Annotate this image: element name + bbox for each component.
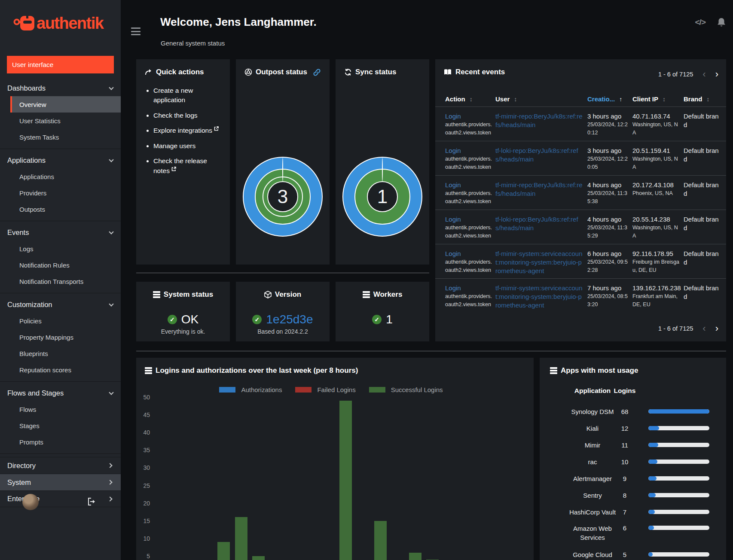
- column-header-action[interactable]: Action↕: [445, 95, 473, 103]
- sidebar-group-dashboards[interactable]: Dashboards: [0, 80, 121, 96]
- pagination-next-icon[interactable]: ›: [715, 323, 718, 334]
- sidebar-item-system-tasks[interactable]: System Tasks: [0, 129, 121, 145]
- workers-card: Workers ✓ 1: [336, 282, 429, 341]
- bar-successful-logins: [374, 521, 387, 560]
- sidebar-group-events[interactable]: Events: [0, 224, 121, 240]
- recent-events-title: Recent events: [455, 68, 505, 76]
- sidebar-group-applications[interactable]: Applications: [0, 152, 121, 168]
- event-action-link[interactable]: Login: [445, 147, 461, 154]
- sync-status-title: Sync status: [355, 68, 396, 76]
- version-value-link[interactable]: 1e25d3e: [266, 313, 313, 326]
- event-brand: Default brand: [684, 215, 721, 232]
- chevron-right-icon: [107, 496, 112, 501]
- pagination-prev-icon[interactable]: ‹: [702, 323, 706, 334]
- api-code-icon[interactable]: </>: [695, 18, 706, 27]
- chevron-down-icon: [109, 301, 113, 306]
- event-action-link[interactable]: Login: [445, 181, 461, 189]
- event-location: Freiburg im Breisgau, DE, EU: [632, 258, 680, 274]
- quick-action-release-notes[interactable]: Check the release notes: [153, 156, 224, 176]
- event-time-ago: 4 hours ago: [587, 215, 630, 224]
- event-action-link[interactable]: Login: [445, 284, 461, 292]
- app-usage-progress: [648, 476, 709, 481]
- sidebar-item-flows[interactable]: Flows: [0, 401, 121, 417]
- sign-out-icon[interactable]: [87, 497, 97, 506]
- sidebar-item-outposts[interactable]: Outposts: [0, 201, 121, 217]
- workers-title: Workers: [373, 290, 403, 299]
- sidebar-group-flows-and-stages[interactable]: Flows and Stages: [0, 385, 121, 401]
- quick-action-create-application[interactable]: Create a new application: [153, 86, 224, 105]
- event-action-link[interactable]: Login: [445, 250, 461, 257]
- column-header-creation-date[interactable]: Creatio...↑: [587, 95, 622, 103]
- app-usage-progress: [648, 443, 709, 447]
- bar-successful-logins: [252, 556, 265, 560]
- sidebar-item-notification-transports[interactable]: Notification Transports: [0, 273, 121, 289]
- user-interface-button[interactable]: User interface: [7, 56, 114, 73]
- outpost-status-title: Outpost status: [256, 68, 307, 76]
- outpost-link-icon[interactable]: [313, 69, 321, 76]
- event-user-link[interactable]: tf-mimir-repo:BeryJu/k8s:ref:refs/heads/…: [495, 181, 583, 198]
- event-user-link[interactable]: tf-mimir-repo:BeryJu/k8s:ref:refs/heads/…: [495, 112, 583, 129]
- quick-actions-list: Create a new application Check the logs …: [153, 86, 224, 181]
- column-header-user[interactable]: User↕: [495, 95, 517, 103]
- event-user-link[interactable]: tf-mimir-system:serviceaccount:monitorin…: [495, 250, 583, 275]
- event-user-link[interactable]: tf-loki-repo:BeryJu/k8s:ref:refs/heads/m…: [495, 215, 583, 232]
- pagination-prev-icon[interactable]: ‹: [702, 69, 706, 80]
- app-usage-row: rac 10: [540, 453, 726, 470]
- quick-action-explore-integrations[interactable]: Explore integrations: [153, 126, 224, 135]
- sidebar-item-enterprise[interactable]: Enterprise: [0, 490, 121, 507]
- quick-action-manage-users[interactable]: Manage users: [153, 141, 224, 151]
- check-circle-icon: ✓: [252, 315, 262, 324]
- system-status-title: System status: [164, 290, 213, 299]
- outpost-status-card: Outpost status 3: [236, 59, 330, 265]
- system-status-value: OK: [181, 313, 199, 326]
- sidebar-item-applications[interactable]: Applications: [0, 168, 121, 185]
- chevron-down-icon: [109, 390, 113, 395]
- version-title: Version: [275, 290, 301, 299]
- menu-icon[interactable]: [131, 27, 140, 37]
- event-timestamp: 25/03/2024, 11:35:29: [587, 224, 630, 240]
- authentik-logo: authentik: [13, 14, 103, 33]
- sidebar-item-reputation-scores[interactable]: Reputation scores: [0, 362, 121, 378]
- event-timestamp: 25/03/2024, 09:52:28: [587, 258, 630, 274]
- event-row: Loginauthentik.providers.oauth2.views.to…: [435, 107, 726, 141]
- divider: [136, 273, 429, 273]
- check-circle-icon: ✓: [168, 315, 177, 324]
- event-timestamp: 25/03/2024, 11:35:38: [587, 189, 630, 206]
- sidebar-group-customization[interactable]: Customization: [0, 296, 121, 313]
- sidebar-item-notification-rules[interactable]: Notification Rules: [0, 257, 121, 273]
- apps-usage-table: Synology DSM 68 Kiali 12 Mimir 11 rac 10…: [540, 403, 726, 560]
- event-action-link[interactable]: Login: [445, 113, 461, 120]
- quick-action-check-logs[interactable]: Check the logs: [153, 111, 224, 120]
- divider: [0, 149, 121, 149]
- pagination-next-icon[interactable]: ›: [715, 69, 718, 80]
- sidebar-item-system[interactable]: System: [0, 474, 121, 490]
- event-time-ago: 3 hours ago: [587, 146, 630, 155]
- app-logins: 11: [612, 441, 638, 448]
- sidebar-item-logs[interactable]: Logs: [0, 240, 121, 257]
- sidebar-item-directory[interactable]: Directory: [0, 457, 121, 474]
- column-header-brand[interactable]: Brand↕: [684, 95, 709, 103]
- sidebar-item-user-statistics[interactable]: User Statistics: [0, 113, 121, 129]
- recent-events-card: Recent events 1 - 6 of 7125 ‹ › Action↕ …: [435, 59, 726, 341]
- event-action-link[interactable]: Login: [445, 216, 461, 223]
- external-link-icon: [214, 126, 219, 131]
- sidebar-item-providers[interactable]: Providers: [0, 185, 121, 201]
- event-user-link[interactable]: tf-loki-repo:BeryJu/k8s:ref:refs/heads/m…: [495, 146, 583, 164]
- authentik-logo-text: authentik: [37, 14, 103, 33]
- event-user-link[interactable]: tf-mimir-system:serviceaccount:monitorin…: [495, 284, 583, 310]
- sidebar-item-blueprints[interactable]: Blueprints: [0, 345, 121, 362]
- divider: [0, 381, 121, 382]
- notifications-bell-icon[interactable]: [717, 17, 726, 27]
- column-header-client-ip[interactable]: Client IP↕: [632, 95, 666, 103]
- app-usage-progress: [648, 493, 709, 497]
- sidebar-item-stages[interactable]: Stages: [0, 417, 121, 434]
- event-action-detail: authentik.providers.oauth2.views.token: [445, 189, 493, 206]
- sidebar-item-prompts[interactable]: Prompts: [0, 434, 121, 450]
- avatar[interactable]: [22, 494, 39, 510]
- event-row: Loginauthentik.providers.oauth2.views.to…: [435, 210, 726, 244]
- event-client-ip: 20.55.14.238: [632, 215, 680, 224]
- sidebar-item-property-mappings[interactable]: Property Mappings: [0, 329, 121, 345]
- event-timestamp: 25/03/2024, 08:53:20: [587, 292, 630, 309]
- sidebar-item-policies[interactable]: Policies: [0, 313, 121, 329]
- sidebar-item-overview[interactable]: Overview: [10, 96, 121, 113]
